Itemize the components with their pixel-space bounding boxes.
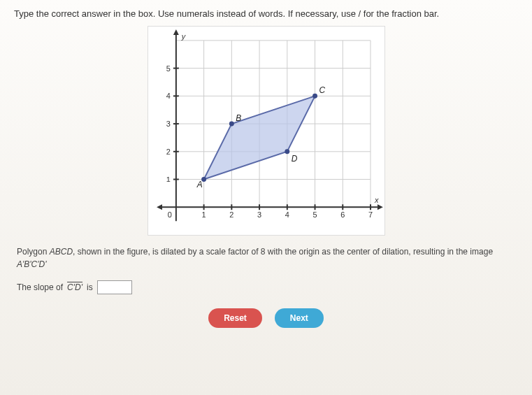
svg-marker-16	[377, 204, 382, 210]
q-image: A'B'C'D'	[17, 259, 47, 269]
ytick-5: 5	[166, 64, 170, 73]
coordinate-graph: 0 1 2 3 4 5 6 7 1 2 3 4 5 y x	[148, 26, 385, 236]
q-poly: ABCD	[50, 247, 73, 257]
svg-point-34	[312, 94, 317, 99]
answer-input[interactable]	[97, 280, 132, 294]
question-text: Polygon ABCD, shown in the figure, is di…	[17, 245, 515, 271]
svg-point-35	[285, 149, 289, 154]
y-axis-label: y	[180, 32, 185, 41]
next-button[interactable]: Next	[275, 308, 324, 328]
xtick-5: 5	[312, 210, 317, 219]
xtick-1: 1	[201, 210, 206, 219]
label-d: D	[291, 154, 297, 164]
q-prefix: Polygon	[17, 247, 50, 257]
origin-label: 0	[167, 210, 171, 219]
xtick-6: 6	[340, 210, 345, 219]
xtick-7: 7	[368, 210, 372, 219]
graph-container: 0 1 2 3 4 5 6 7 1 2 3 4 5 y x	[14, 26, 518, 236]
label-a: A	[196, 180, 202, 189]
ytick-1: 1	[166, 175, 170, 184]
a-segment: C'D'	[67, 282, 82, 292]
instruction-text: Type the correct answer in the box. Use …	[14, 8, 518, 19]
svg-marker-19	[173, 29, 178, 35]
reset-button[interactable]: Reset	[208, 308, 262, 328]
ytick-2: 2	[166, 148, 170, 156]
ytick-3: 3	[166, 120, 170, 128]
a-suffix: is	[87, 282, 93, 292]
svg-marker-17	[157, 204, 162, 210]
x-axis-label: x	[373, 196, 378, 204]
button-row: Reset Next	[14, 308, 518, 328]
xtick-4: 4	[285, 210, 289, 219]
xtick-3: 3	[257, 210, 261, 219]
xtick-2: 2	[229, 210, 233, 219]
svg-point-33	[229, 122, 233, 127]
q-mid: , shown in the figure, is dilated by a s…	[73, 247, 493, 257]
a-prefix: The slope of	[17, 282, 63, 292]
page-container: Type the correct answer in the box. Use …	[0, 0, 532, 395]
ytick-4: 4	[166, 92, 170, 100]
label-c: C	[319, 85, 325, 95]
label-b: B	[236, 113, 241, 123]
answer-line: The slope of C'D' is	[17, 280, 515, 294]
